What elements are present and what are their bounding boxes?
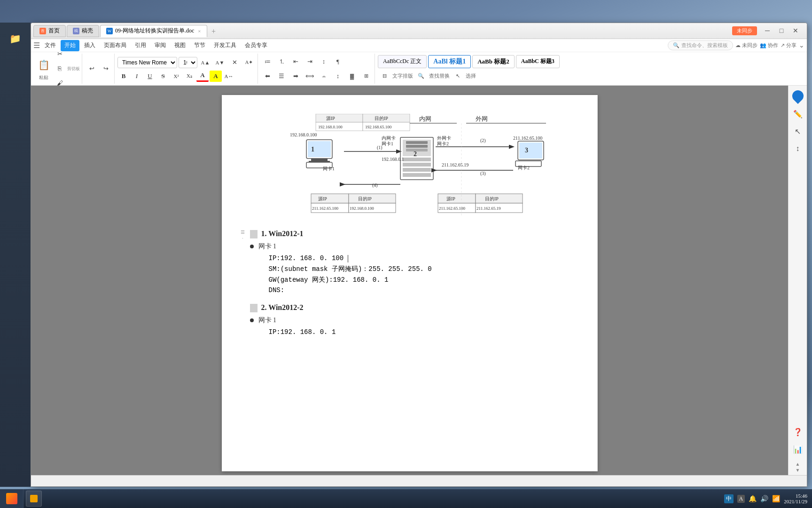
text-effects-btn[interactable]: A✦ <box>242 56 256 69</box>
scroll-down[interactable]: ▼ <box>796 468 800 473</box>
undo-btn[interactable]: ↩ <box>85 62 98 75</box>
cursor-icon[interactable]: ↖ <box>790 124 805 139</box>
network-diagram: 源IP 目的IP 192.168.0.100 192.168.65.100 内网 <box>250 114 570 224</box>
sort-btn[interactable]: ↕ <box>317 55 330 68</box>
shading-btn[interactable]: ▓ <box>345 70 359 83</box>
undo-group: ↩ ↪ <box>83 54 115 84</box>
align-right-btn[interactable]: ➡ <box>289 70 302 83</box>
network-diagram-svg: 源IP 目的IP 192.168.0.100 192.168.65.100 内网 <box>250 114 579 222</box>
help-icon[interactable]: ❓ <box>790 424 805 439</box>
network-icon[interactable]: 📶 <box>772 495 780 503</box>
font-size-select[interactable]: 10 <box>179 57 197 68</box>
style-h2-btn[interactable]: AaBb 标题2 <box>472 55 515 68</box>
svg-text:211.162.65.100: 211.162.65.100 <box>312 206 338 211</box>
svg-text:192.168.0.1: 192.168.0.1 <box>382 157 404 162</box>
bullets-btn[interactable]: ≔ <box>261 55 274 68</box>
text-layout-btn[interactable]: ⊟ <box>378 69 391 82</box>
menu-dev[interactable]: 开发工具 <box>210 40 240 51</box>
maximize-button[interactable]: □ <box>775 24 788 38</box>
increase-font-btn[interactable]: A▲ <box>199 56 212 69</box>
paste-btn[interactable]: 📋 <box>35 56 52 73</box>
menu-layout[interactable]: 页面布局 <box>100 40 130 51</box>
cut-btn[interactable]: ✂ <box>53 48 66 61</box>
language-icon[interactable]: A <box>737 495 745 503</box>
strikethrough-btn[interactable]: S <box>157 71 169 82</box>
paste-label: 粘贴 <box>39 74 48 81</box>
svg-text:1: 1 <box>311 146 314 153</box>
taskbar-apps <box>23 491 719 507</box>
decrease-font-btn[interactable]: A▼ <box>213 56 226 69</box>
subscript-btn[interactable]: X₂ <box>183 71 195 82</box>
style-normal-btn[interactable]: AaBbCcDc 正文 <box>378 55 427 68</box>
borders-btn[interactable]: ⊞ <box>359 70 373 83</box>
justify-btn[interactable]: ⟺ <box>303 70 316 83</box>
tab-home[interactable]: 首 首页 <box>33 25 66 37</box>
style-h1-btn[interactable]: AaBl 标题1 <box>428 55 471 68</box>
new-tab-button[interactable]: + <box>208 26 219 37</box>
superscript-btn[interactable]: X² <box>170 71 182 82</box>
styles-group: AaBbCcDc 正文 AaBl 标题1 AaBb 标题2 AaBbC 标题3 … <box>376 54 562 84</box>
tab-doc[interactable]: W 09-网络地址转换实训报告单.doc × <box>100 25 207 37</box>
menu-view[interactable]: 视图 <box>171 40 189 51</box>
bold-btn[interactable]: B <box>117 71 130 82</box>
location-pin-icon[interactable] <box>790 88 806 104</box>
search-box[interactable]: 🔍 查找命令、搜索模板 <box>668 40 733 50</box>
tab-doc-label: 09-网络地址转换实训报告单.doc <box>115 27 194 35</box>
align-center-btn[interactable]: ☰ <box>275 70 288 83</box>
vip-login-button[interactable]: 未同步 <box>732 26 757 35</box>
stats-icon[interactable]: 📊 <box>790 442 805 457</box>
svg-rect-0 <box>316 114 363 122</box>
font-name-select[interactable]: Times New Rome <box>117 57 177 68</box>
file-manager-icon[interactable]: 📁 <box>4 27 27 50</box>
close-button[interactable]: ✕ <box>789 24 802 38</box>
menu-ref[interactable]: 引用 <box>131 40 150 51</box>
find-replace-btn[interactable]: 🔍 <box>414 69 428 82</box>
menu-toggle[interactable]: ☰ <box>33 41 40 50</box>
char-spacing-btn[interactable]: A↔ <box>223 71 235 82</box>
tab-close-icon[interactable]: × <box>198 28 201 34</box>
menu-review[interactable]: 审阅 <box>151 40 170 51</box>
taskbar-file-manager[interactable] <box>26 491 42 507</box>
input-method-icon[interactable]: 中 <box>724 494 734 503</box>
underline-btn[interactable]: U <box>144 71 156 82</box>
increase-indent-btn[interactable]: ⇥ <box>303 55 316 68</box>
dot-marker: · <box>242 236 243 241</box>
scroll-up[interactable]: ▲ <box>796 461 800 467</box>
decrease-indent-btn[interactable]: ⇤ <box>289 55 302 68</box>
columns-btn[interactable]: ⫠ <box>317 70 330 83</box>
font-color-btn[interactable]: A <box>196 71 209 82</box>
minimize-button[interactable]: ─ <box>761 24 774 38</box>
pen-icon[interactable]: ✏️ <box>790 106 805 121</box>
svg-text:192.168.0.100: 192.168.0.100 <box>318 125 343 129</box>
volume-icon[interactable]: 🔊 <box>760 495 768 503</box>
collab-btn[interactable]: 👥 协作 <box>760 42 778 49</box>
doc-scroll[interactable]: 源IP 目的IP 192.168.0.100 192.168.65.100 内网 <box>31 86 788 475</box>
style-h3-btn[interactable]: AaBbC 标题3 <box>516 55 560 68</box>
align-left-btn[interactable]: ⬅ <box>261 70 274 83</box>
redo-btn[interactable]: ↪ <box>99 62 112 75</box>
home-tab-icon: 首 <box>39 28 46 34</box>
italic-btn[interactable]: I <box>131 71 143 82</box>
adjust-icon[interactable]: ↕ <box>790 141 805 156</box>
menu-section[interactable]: 节节 <box>190 40 209 51</box>
menu-insert[interactable]: 插入 <box>80 40 99 51</box>
svg-text:外网: 外网 <box>476 115 488 122</box>
sync-btn[interactable]: ☁ 未同步 <box>735 42 757 49</box>
file-manager-taskbar-icon <box>30 495 38 502</box>
search-placeholder: 查找命令、搜索模板 <box>681 42 728 49</box>
clear-format-btn[interactable]: ✕ <box>228 56 241 69</box>
svg-text:内网卡: 内网卡 <box>382 135 396 141</box>
copy-btn[interactable]: ⎘ <box>53 62 66 75</box>
share-btn[interactable]: ↗ 分享 <box>781 42 796 49</box>
start-button[interactable] <box>0 489 23 508</box>
gw-line: GW(gateway 网关):192. 168. 0. 1 <box>269 276 570 284</box>
numbering-btn[interactable]: ⒈ <box>275 55 288 68</box>
tab-outline[interactable]: 稿 稿壳 <box>67 25 99 37</box>
notification-icon[interactable]: 🔔 <box>749 495 757 503</box>
line-spacing-btn[interactable]: ↕ <box>331 70 344 83</box>
show-marks-btn[interactable]: ¶ <box>331 55 344 68</box>
menu-vip[interactable]: 会员专享 <box>241 40 271 51</box>
select-btn[interactable]: ↖ <box>451 69 464 82</box>
more-btn[interactable]: ⌄ <box>799 41 804 49</box>
text-highlight-btn[interactable]: A <box>210 71 222 82</box>
